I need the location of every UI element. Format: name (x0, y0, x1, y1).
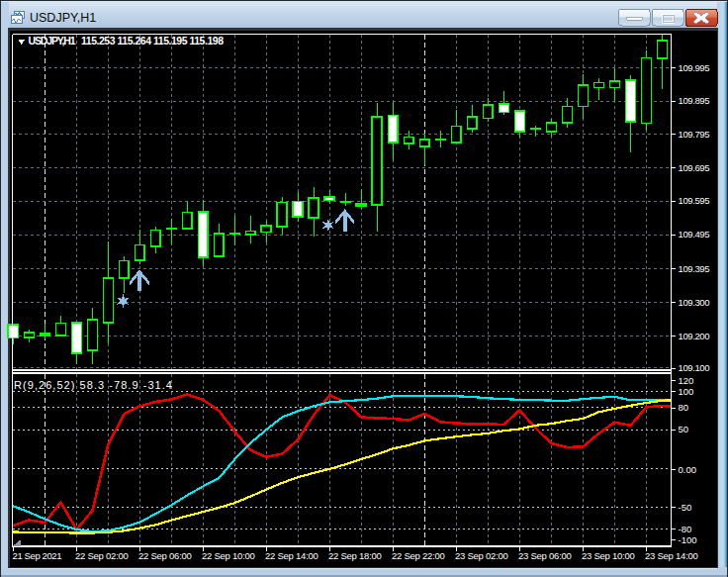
svg-text:22 Sep 22:00: 22 Sep 22:00 (392, 550, 445, 561)
svg-text:23 Sep 10:00: 23 Sep 10:00 (582, 550, 635, 561)
svg-text:109.795: 109.795 (679, 129, 710, 140)
svg-text:120: 120 (679, 375, 694, 386)
svg-text:22 Sep 06:00: 22 Sep 06:00 (138, 550, 192, 561)
svg-text:109.200: 109.200 (679, 331, 710, 341)
svg-text:109.595: 109.595 (679, 195, 710, 206)
svg-text:21 Sep 2021: 21 Sep 2021 (13, 550, 62, 561)
svg-text:22 Sep 10:00: 22 Sep 10:00 (202, 550, 255, 561)
svg-text:109.495: 109.495 (679, 229, 710, 240)
svg-text:0.00: 0.00 (679, 464, 697, 475)
svg-text:R(9,26,52) 58.3 -78.9 -31.4: R(9,26,52) 58.3 -78.9 -31.4 (14, 379, 172, 391)
svg-text:109.695: 109.695 (679, 162, 710, 173)
svg-text:50: 50 (679, 424, 689, 434)
svg-text:22 Sep 18:00: 22 Sep 18:00 (328, 550, 382, 561)
svg-text:109.300: 109.300 (679, 297, 710, 308)
svg-text:23 Sep 02:00: 23 Sep 02:00 (455, 550, 508, 561)
svg-text:23 Sep 14:00: 23 Sep 14:00 (645, 550, 698, 561)
svg-text:22 Sep 14:00: 22 Sep 14:00 (265, 550, 318, 561)
svg-text:23 Sep 06:00: 23 Sep 06:00 (518, 550, 572, 561)
svg-text:109.100: 109.100 (679, 362, 710, 373)
svg-text:-50: -50 (679, 502, 692, 513)
svg-text:109.995: 109.995 (679, 62, 710, 73)
svg-text:USDJPY,H1: USDJPY,H1 (30, 11, 96, 25)
svg-text:100: 100 (679, 386, 694, 397)
svg-text:USDJPY,H1: USDJPY,H1 (29, 35, 76, 47)
svg-text:115.253 115.264 115.195 115.19: 115.253 115.264 115.195 115.198 (81, 35, 224, 47)
svg-text:80: 80 (679, 402, 689, 413)
svg-text:109.395: 109.395 (679, 263, 710, 274)
svg-text:109.895: 109.895 (679, 95, 710, 106)
svg-text:22 Sep 02:00: 22 Sep 02:00 (75, 550, 129, 561)
svg-text:-100: -100 (679, 534, 697, 545)
svg-text:-80: -80 (679, 524, 692, 534)
